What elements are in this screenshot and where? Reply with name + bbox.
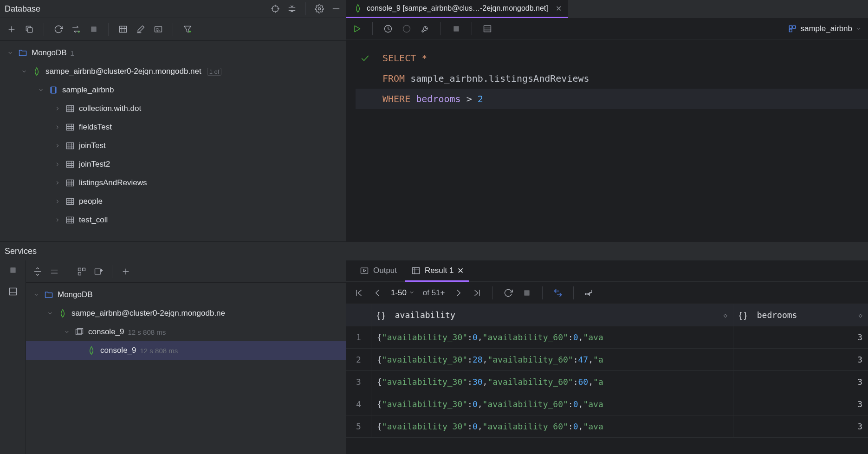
svc-console-child[interactable]: console_9 12 s 808 ms: [26, 341, 346, 360]
svg-rect-79: [95, 269, 101, 274]
svg-rect-45: [67, 180, 74, 186]
tree-table[interactable]: collection.with.dot: [0, 99, 346, 118]
compare-icon[interactable]: [553, 288, 563, 298]
database-panel-title: Database: [5, 4, 270, 14]
svg-point-7: [318, 8, 321, 10]
tab-result[interactable]: Result 1 ✕: [405, 260, 469, 281]
close-icon[interactable]: ✕: [556, 4, 562, 13]
stop-icon[interactable]: [522, 288, 532, 298]
svg-rect-88: [413, 267, 420, 273]
next-page-icon[interactable]: [453, 288, 464, 298]
page-range[interactable]: 1-50: [391, 288, 415, 298]
sync-icon[interactable]: [71, 24, 81, 34]
schema-icon: [787, 24, 797, 34]
first-page-icon[interactable]: [354, 288, 364, 298]
close-icon[interactable]: ✕: [457, 266, 464, 276]
console-group-icon: [74, 327, 84, 337]
reload-icon[interactable]: [503, 288, 513, 298]
svg-rect-63: [454, 26, 459, 31]
refresh-icon[interactable]: [53, 24, 64, 34]
edit-icon[interactable]: [136, 24, 146, 34]
wrench-icon[interactable]: [420, 24, 430, 34]
tree-table[interactable]: joinTest: [0, 136, 346, 155]
svg-rect-78: [78, 272, 81, 275]
sql-editor[interactable]: SELECT * FROM sample_airbnb.listingsAndR…: [346, 39, 868, 241]
chevron-down-icon: [855, 25, 862, 32]
column-availability[interactable]: { } availability ◇: [371, 304, 733, 326]
table-row[interactable]: 1{"availability_30": 0, "availability_60…: [346, 326, 868, 349]
editor-tab[interactable]: console_9 [sampe_airbnb@clus…-2ejqn.mong…: [346, 0, 568, 17]
tree-table[interactable]: joinTest2: [0, 155, 346, 174]
add-icon[interactable]: [121, 266, 131, 277]
gear-icon[interactable]: [314, 4, 324, 14]
stop-icon[interactable]: [89, 24, 99, 34]
services-tree-panel: MongoDB sampe_airbnb@cluster0-2ejqn.mong…: [26, 260, 346, 454]
svg-point-62: [403, 25, 410, 32]
table-icon: [65, 196, 75, 207]
database-tree[interactable]: MongoDB 1 sampe_airbnb@cluster0-2ejqn.mo…: [0, 41, 346, 241]
add-icon[interactable]: [6, 24, 17, 34]
svc-root[interactable]: MongoDB: [26, 285, 346, 304]
svg-rect-50: [67, 198, 74, 204]
tree-table[interactable]: people: [0, 192, 346, 211]
collapse-icon[interactable]: [49, 266, 59, 277]
grid-icon[interactable]: [77, 266, 87, 277]
schema-icon: [48, 85, 58, 95]
last-page-icon[interactable]: [472, 288, 482, 298]
table-view-icon[interactable]: [118, 24, 128, 34]
svg-rect-68: [793, 26, 796, 28]
result-grid[interactable]: { } availability ◇ { } bedrooms ◇ 1{"ava…: [346, 304, 868, 454]
column-bedrooms[interactable]: { } bedrooms ◇: [733, 304, 868, 326]
history-icon[interactable]: [383, 24, 393, 34]
svc-console-parent[interactable]: console_9 12 s 808 ms: [26, 323, 346, 341]
result-nav: 1-50 of 51+: [346, 282, 868, 304]
stop-icon[interactable]: [8, 265, 18, 275]
sql-console-icon[interactable]: QL: [153, 24, 163, 34]
table-icon: [411, 266, 421, 276]
svg-rect-40: [67, 161, 74, 167]
database-toolbar: QL: [0, 18, 346, 41]
table-row[interactable]: 2{"availability_30": 28, "availability_6…: [346, 349, 868, 371]
stop-icon[interactable]: [451, 24, 461, 34]
filter-icon[interactable]: [182, 24, 193, 34]
svg-point-22: [189, 31, 191, 32]
run-icon[interactable]: [352, 24, 362, 34]
rollback-icon[interactable]: [402, 24, 412, 34]
copy-icon[interactable]: [24, 24, 34, 34]
svg-rect-24: [52, 87, 55, 93]
table-row[interactable]: 4{"availability_30": 0, "availability_60…: [346, 393, 868, 415]
tree-root-mongodb[interactable]: MongoDB 1: [0, 44, 346, 62]
tree-connection[interactable]: sampe_airbnb@cluster0-2ejqn.mongodb.net …: [0, 62, 346, 81]
svg-rect-35: [67, 143, 74, 149]
tree-schema[interactable]: sample_airbnb: [0, 81, 346, 99]
svc-connection[interactable]: sampe_airbnb@cluster0-2ejqn.mongodb.ne: [26, 304, 346, 323]
schema-picker[interactable]: sample_airbnb: [787, 24, 862, 34]
table-row[interactable]: 5{"availability_30": 0, "availability_60…: [346, 415, 868, 438]
svg-point-12: [78, 31, 79, 32]
collapse-icon[interactable]: [287, 4, 297, 14]
svg-rect-64: [484, 26, 491, 32]
tree-table[interactable]: test_coll: [0, 211, 346, 229]
mongodb-icon: [353, 3, 363, 13]
table-icon: [65, 215, 75, 225]
target-icon[interactable]: [270, 4, 280, 14]
svg-rect-70: [11, 268, 15, 272]
add-tab-icon[interactable]: [93, 266, 104, 277]
prev-page-icon[interactable]: [372, 288, 382, 298]
table-row[interactable]: 3{"availability_30": 30, "availability_6…: [346, 371, 868, 393]
svg-rect-14: [120, 26, 127, 32]
services-panel-title: Services: [0, 242, 868, 260]
services-tree[interactable]: MongoDB sampe_airbnb@cluster0-2ejqn.mong…: [26, 283, 346, 454]
tree-table[interactable]: listingsAndReviews: [0, 174, 346, 192]
layout-icon[interactable]: [8, 286, 18, 297]
expand-icon[interactable]: [32, 266, 43, 277]
minimize-icon[interactable]: [331, 4, 341, 14]
pin-icon[interactable]: [584, 288, 594, 298]
tree-table[interactable]: fieldsTest: [0, 118, 346, 136]
table-output-icon[interactable]: [482, 24, 492, 34]
tree-label: sample_airbnb: [62, 85, 114, 95]
svg-rect-25: [67, 105, 74, 111]
svg-rect-13: [91, 27, 96, 32]
tab-output[interactable]: Output: [354, 260, 402, 281]
mongodb-icon: [86, 345, 97, 356]
